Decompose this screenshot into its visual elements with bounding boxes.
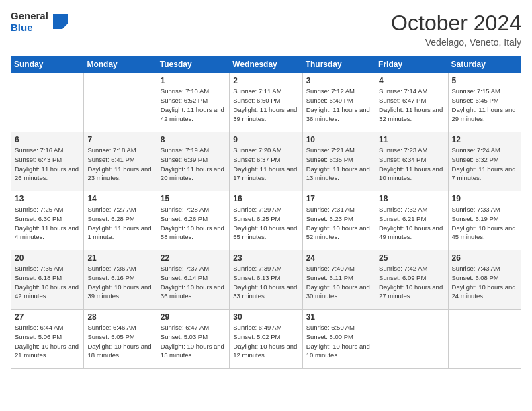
month-title: October 2024 bbox=[391, 11, 521, 36]
cell-info: Sunrise: 7:11 AM Sunset: 6:50 PM Dayligh… bbox=[233, 87, 298, 124]
calendar-table: SundayMondayTuesdayWednesdayThursdayFrid… bbox=[11, 56, 521, 369]
weekday-header-monday: Monday bbox=[84, 56, 157, 73]
day-number: 7 bbox=[87, 135, 152, 144]
calendar-cell: 29Sunrise: 6:47 AM Sunset: 5:03 PM Dayli… bbox=[157, 310, 229, 369]
cell-info: Sunrise: 6:50 AM Sunset: 5:00 PM Dayligh… bbox=[306, 323, 371, 360]
day-number: 17 bbox=[306, 194, 371, 203]
cell-info: Sunrise: 7:24 AM Sunset: 6:32 PM Dayligh… bbox=[452, 146, 517, 183]
day-number: 9 bbox=[233, 135, 298, 144]
calendar-cell: 2Sunrise: 7:11 AM Sunset: 6:50 PM Daylig… bbox=[230, 73, 302, 132]
day-number: 21 bbox=[87, 253, 152, 263]
cell-info: Sunrise: 7:16 AM Sunset: 6:43 PM Dayligh… bbox=[15, 146, 80, 183]
calendar-cell: 30Sunrise: 6:49 AM Sunset: 5:02 PM Dayli… bbox=[230, 310, 302, 369]
calendar-week-1: 1Sunrise: 7:10 AM Sunset: 6:52 PM Daylig… bbox=[11, 73, 521, 132]
calendar-cell bbox=[375, 310, 448, 369]
logo-blue: Blue bbox=[11, 22, 48, 34]
cell-info: Sunrise: 7:15 AM Sunset: 6:45 PM Dayligh… bbox=[452, 87, 517, 124]
cell-info: Sunrise: 7:43 AM Sunset: 6:08 PM Dayligh… bbox=[452, 264, 517, 301]
calendar-cell: 7Sunrise: 7:18 AM Sunset: 6:41 PM Daylig… bbox=[84, 132, 157, 191]
day-number: 8 bbox=[161, 135, 226, 144]
day-number: 1 bbox=[161, 76, 226, 85]
cell-info: Sunrise: 6:47 AM Sunset: 5:03 PM Dayligh… bbox=[161, 323, 226, 360]
cell-info: Sunrise: 7:33 AM Sunset: 6:19 PM Dayligh… bbox=[452, 205, 517, 242]
weekday-header-friday: Friday bbox=[375, 56, 448, 73]
calendar-week-2: 6Sunrise: 7:16 AM Sunset: 6:43 PM Daylig… bbox=[11, 132, 521, 191]
calendar-cell: 17Sunrise: 7:31 AM Sunset: 6:23 PM Dayli… bbox=[302, 191, 375, 250]
day-number: 12 bbox=[452, 135, 517, 144]
cell-info: Sunrise: 6:49 AM Sunset: 5:02 PM Dayligh… bbox=[233, 323, 298, 360]
weekday-header-row: SundayMondayTuesdayWednesdayThursdayFrid… bbox=[11, 56, 521, 73]
day-number: 28 bbox=[87, 312, 152, 322]
cell-info: Sunrise: 6:44 AM Sunset: 5:06 PM Dayligh… bbox=[15, 323, 80, 360]
location: Vedelago, Veneto, Italy bbox=[391, 37, 521, 48]
calendar-cell: 3Sunrise: 7:12 AM Sunset: 6:49 PM Daylig… bbox=[302, 73, 375, 132]
cell-info: Sunrise: 7:40 AM Sunset: 6:11 PM Dayligh… bbox=[306, 264, 371, 301]
day-number: 20 bbox=[15, 253, 80, 263]
calendar-week-5: 27Sunrise: 6:44 AM Sunset: 5:06 PM Dayli… bbox=[11, 310, 521, 369]
calendar-cell: 1Sunrise: 7:10 AM Sunset: 6:52 PM Daylig… bbox=[157, 73, 229, 132]
cell-info: Sunrise: 7:27 AM Sunset: 6:28 PM Dayligh… bbox=[87, 205, 152, 242]
weekday-header-tuesday: Tuesday bbox=[157, 56, 229, 73]
weekday-header-saturday: Saturday bbox=[448, 56, 521, 73]
cell-info: Sunrise: 7:10 AM Sunset: 6:52 PM Dayligh… bbox=[161, 87, 226, 124]
day-number: 19 bbox=[452, 194, 517, 203]
calendar-cell bbox=[84, 73, 157, 132]
cell-info: Sunrise: 7:39 AM Sunset: 6:13 PM Dayligh… bbox=[233, 264, 298, 301]
cell-info: Sunrise: 7:25 AM Sunset: 6:30 PM Dayligh… bbox=[15, 205, 80, 242]
cell-info: Sunrise: 7:42 AM Sunset: 6:09 PM Dayligh… bbox=[379, 264, 444, 301]
calendar-cell: 22Sunrise: 7:37 AM Sunset: 6:14 PM Dayli… bbox=[157, 250, 229, 310]
cell-info: Sunrise: 7:14 AM Sunset: 6:47 PM Dayligh… bbox=[379, 87, 444, 124]
calendar-week-4: 20Sunrise: 7:35 AM Sunset: 6:18 PM Dayli… bbox=[11, 250, 521, 310]
calendar-cell: 19Sunrise: 7:33 AM Sunset: 6:19 PM Dayli… bbox=[448, 191, 521, 250]
cell-info: Sunrise: 7:23 AM Sunset: 6:34 PM Dayligh… bbox=[379, 146, 444, 183]
calendar-cell: 20Sunrise: 7:35 AM Sunset: 6:18 PM Dayli… bbox=[11, 250, 84, 310]
logo-general: General bbox=[11, 11, 48, 22]
day-number: 6 bbox=[15, 135, 80, 144]
cell-info: Sunrise: 7:20 AM Sunset: 6:37 PM Dayligh… bbox=[233, 146, 298, 183]
calendar-cell: 31Sunrise: 6:50 AM Sunset: 5:00 PM Dayli… bbox=[302, 310, 375, 369]
day-number: 5 bbox=[452, 76, 517, 85]
day-number: 10 bbox=[306, 135, 371, 144]
day-number: 29 bbox=[161, 312, 226, 322]
calendar-cell: 12Sunrise: 7:24 AM Sunset: 6:32 PM Dayli… bbox=[448, 132, 521, 191]
calendar-cell: 26Sunrise: 7:43 AM Sunset: 6:08 PM Dayli… bbox=[448, 250, 521, 310]
day-number: 22 bbox=[161, 253, 226, 263]
svg-marker-0 bbox=[53, 14, 68, 29]
day-number: 4 bbox=[379, 76, 444, 85]
calendar-cell: 24Sunrise: 7:40 AM Sunset: 6:11 PM Dayli… bbox=[302, 250, 375, 310]
day-number: 2 bbox=[233, 76, 298, 85]
day-number: 3 bbox=[306, 76, 371, 85]
logo-icon bbox=[53, 14, 68, 32]
cell-info: Sunrise: 7:36 AM Sunset: 6:16 PM Dayligh… bbox=[87, 264, 152, 301]
day-number: 27 bbox=[15, 312, 80, 322]
day-number: 26 bbox=[452, 253, 517, 263]
calendar-cell: 25Sunrise: 7:42 AM Sunset: 6:09 PM Dayli… bbox=[375, 250, 448, 310]
cell-info: Sunrise: 7:35 AM Sunset: 6:18 PM Dayligh… bbox=[15, 264, 80, 301]
day-number: 23 bbox=[233, 253, 298, 263]
day-number: 31 bbox=[306, 312, 371, 322]
calendar-cell bbox=[448, 310, 521, 369]
calendar-cell: 28Sunrise: 6:46 AM Sunset: 5:05 PM Dayli… bbox=[84, 310, 157, 369]
cell-info: Sunrise: 7:32 AM Sunset: 6:21 PM Dayligh… bbox=[379, 205, 444, 242]
calendar-cell: 23Sunrise: 7:39 AM Sunset: 6:13 PM Dayli… bbox=[230, 250, 302, 310]
weekday-header-sunday: Sunday bbox=[11, 56, 84, 73]
calendar-cell: 13Sunrise: 7:25 AM Sunset: 6:30 PM Dayli… bbox=[11, 191, 84, 250]
cell-info: Sunrise: 7:29 AM Sunset: 6:25 PM Dayligh… bbox=[233, 205, 298, 242]
day-number: 18 bbox=[379, 194, 444, 203]
calendar-cell: 16Sunrise: 7:29 AM Sunset: 6:25 PM Dayli… bbox=[230, 191, 302, 250]
calendar-cell: 11Sunrise: 7:23 AM Sunset: 6:34 PM Dayli… bbox=[375, 132, 448, 191]
weekday-header-wednesday: Wednesday bbox=[230, 56, 302, 73]
calendar-cell: 4Sunrise: 7:14 AM Sunset: 6:47 PM Daylig… bbox=[375, 73, 448, 132]
cell-info: Sunrise: 7:21 AM Sunset: 6:35 PM Dayligh… bbox=[306, 146, 371, 183]
day-number: 25 bbox=[379, 253, 444, 263]
day-number: 11 bbox=[379, 135, 444, 144]
day-number: 14 bbox=[87, 194, 152, 203]
cell-info: Sunrise: 7:12 AM Sunset: 6:49 PM Dayligh… bbox=[306, 87, 371, 124]
day-number: 24 bbox=[306, 253, 371, 263]
cell-info: Sunrise: 7:28 AM Sunset: 6:26 PM Dayligh… bbox=[161, 205, 226, 242]
calendar-cell: 18Sunrise: 7:32 AM Sunset: 6:21 PM Dayli… bbox=[375, 191, 448, 250]
page-header: General Blue October 2024 Vedelago, Vene… bbox=[11, 11, 521, 48]
cell-info: Sunrise: 7:19 AM Sunset: 6:39 PM Dayligh… bbox=[161, 146, 226, 183]
day-number: 13 bbox=[15, 194, 80, 203]
cell-info: Sunrise: 6:46 AM Sunset: 5:05 PM Dayligh… bbox=[87, 323, 152, 360]
